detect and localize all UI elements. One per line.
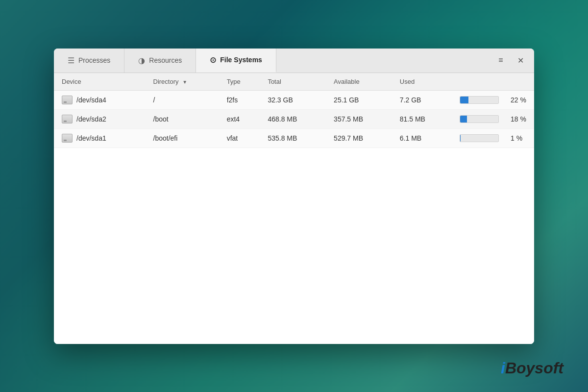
- content-area: Device Directory ▼ Type Total Available: [54, 73, 534, 344]
- cell-device-0: /dev/sda4: [54, 90, 147, 109]
- processes-icon: ☰: [68, 56, 74, 65]
- cell-used-0: 7.2 GB: [394, 90, 454, 109]
- window-controls: ≡ ✕: [491, 51, 534, 69]
- col-type[interactable]: Type: [221, 73, 262, 91]
- resources-icon: ◑: [138, 56, 145, 65]
- sort-icon: ▼: [182, 79, 187, 85]
- cell-used-2: 6.1 MB: [394, 128, 454, 147]
- cell-total-1: 468.8 MB: [262, 109, 328, 128]
- cell-available-0: 25.1 GB: [328, 90, 394, 109]
- cell-bar-1: [454, 109, 505, 128]
- menu-button[interactable]: ≡: [491, 51, 511, 69]
- cell-pct-0: 22 %: [505, 90, 534, 109]
- cell-used-1: 81.5 MB: [394, 109, 454, 128]
- drive-icon-2: [62, 134, 73, 143]
- empty-area: [54, 148, 534, 344]
- col-device[interactable]: Device: [54, 73, 147, 91]
- tab-filesystems[interactable]: ⊙ File Systems: [196, 49, 276, 73]
- tab-resources[interactable]: ◑ Resources: [124, 49, 196, 73]
- drive-icon-0: [62, 96, 73, 104]
- cell-bar-0: [454, 90, 505, 109]
- cell-directory-2: /boot/efi: [147, 128, 221, 147]
- usage-bar-bg-2: [460, 134, 499, 142]
- menu-icon: ≡: [498, 56, 503, 65]
- watermark: iBoysoft: [501, 359, 564, 377]
- cell-type-2: vfat: [221, 128, 262, 147]
- cell-bar-2: [454, 128, 505, 147]
- cell-type-0: f2fs: [221, 90, 262, 109]
- usage-bar-bg-1: [460, 115, 499, 123]
- watermark-suffix: Boysoft: [505, 359, 564, 377]
- tab-processes-label: Processes: [78, 56, 110, 64]
- cell-device-1: /dev/sda2: [54, 109, 147, 128]
- tab-resources-label: Resources: [149, 56, 182, 64]
- cell-available-2: 529.7 MB: [328, 128, 394, 147]
- close-icon: ✕: [517, 56, 524, 65]
- usage-bar-fill-1: [460, 116, 467, 122]
- cell-device-2: /dev/sda1: [54, 128, 147, 147]
- watermark-prefix: i: [501, 359, 505, 377]
- col-directory[interactable]: Directory ▼: [147, 73, 221, 91]
- col-available[interactable]: Available: [328, 73, 394, 91]
- filesystems-icon: ⊙: [210, 55, 216, 65]
- table-row[interactable]: /dev/sda1 /boot/efi vfat 535.8 MB 529.7 …: [54, 128, 534, 147]
- table-row[interactable]: /dev/sda4 / f2fs 32.3 GB 25.1 GB 7.2 GB …: [54, 90, 534, 109]
- close-button[interactable]: ✕: [511, 51, 530, 69]
- cell-directory-1: /boot: [147, 109, 221, 128]
- cell-type-1: ext4: [221, 109, 262, 128]
- col-total[interactable]: Total: [262, 73, 328, 91]
- table-row[interactable]: /dev/sda2 /boot ext4 468.8 MB 357.5 MB 8…: [54, 109, 534, 128]
- usage-bar-fill-0: [460, 97, 468, 103]
- table-header-row: Device Directory ▼ Type Total Available: [54, 73, 534, 91]
- usage-bar-bg-0: [460, 96, 499, 104]
- cell-pct-1: 18 %: [505, 109, 534, 128]
- cell-total-2: 535.8 MB: [262, 128, 328, 147]
- titlebar: ☰ Processes ◑ Resources ⊙ File Systems ≡…: [54, 49, 534, 73]
- tab-filesystems-label: File Systems: [220, 56, 262, 64]
- tab-processes[interactable]: ☰ Processes: [54, 49, 124, 73]
- drive-icon-1: [62, 115, 73, 123]
- app-window: ☰ Processes ◑ Resources ⊙ File Systems ≡…: [54, 49, 534, 344]
- usage-bar-fill-2: [460, 135, 461, 142]
- cell-available-1: 357.5 MB: [328, 109, 394, 128]
- cell-total-0: 32.3 GB: [262, 90, 328, 109]
- col-used[interactable]: Used: [394, 73, 534, 91]
- filesystem-table: Device Directory ▼ Type Total Available: [54, 73, 534, 148]
- cell-directory-0: /: [147, 90, 221, 109]
- cell-pct-2: 1 %: [505, 128, 534, 147]
